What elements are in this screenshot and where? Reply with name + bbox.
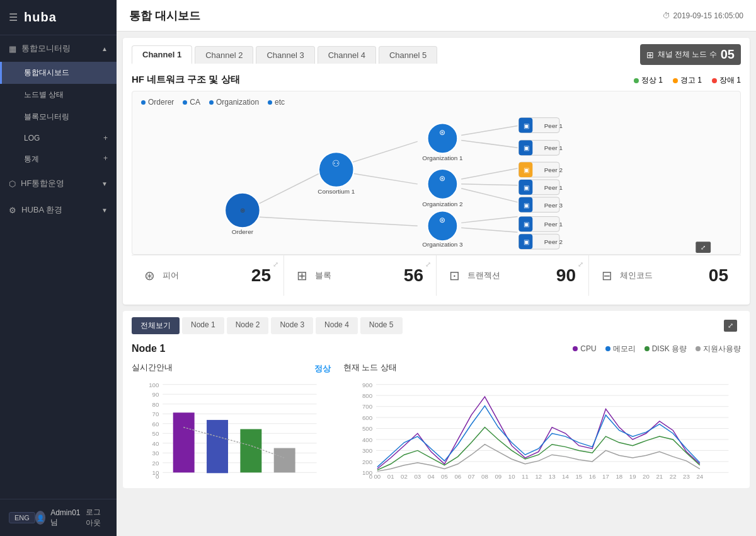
svg-text:500: 500 (362, 425, 373, 432)
svg-text:21: 21 (656, 473, 663, 479)
svg-text:08: 08 (481, 473, 488, 479)
legend-usage: 지원사용량 (696, 344, 741, 354)
svg-text:▣: ▣ (524, 184, 529, 191)
etc-legend-label: etc (275, 98, 285, 107)
user-area: 👤 Admin01님 로그아웃 (35, 507, 108, 528)
network-diagram-svg: ⊛ Orderer ⚇ Consortium 1 ⊛ (132, 91, 740, 254)
stat-transaction: ⊡ 트랜젝션 90 ⤢ (437, 255, 589, 296)
monitoring-icon: ▦ (9, 44, 16, 54)
svg-text:800: 800 (362, 392, 373, 399)
node-state-chart-title: 현재 노드 상태 (343, 362, 397, 373)
line-org3-peer2 (461, 228, 517, 232)
realtime-chart-box: 실시간안내 정상 (132, 362, 331, 479)
peer2-3-node[interactable]: ▣ Peer 3 (518, 197, 563, 213)
svg-text:20: 20 (643, 473, 650, 479)
memory-legend-label: 메모리 (613, 344, 636, 354)
svg-text:600: 600 (362, 414, 373, 421)
diagram-legend-orderer: Orderer (141, 98, 174, 107)
svg-text:Peer 1: Peer 1 (544, 122, 563, 129)
chevron-down-icon2: ▼ (101, 207, 108, 214)
tab-channel5[interactable]: Channel 5 (379, 46, 437, 64)
peer3-1-node[interactable]: ▣ Peer 1 (518, 216, 563, 231)
diagram-legend-etc: etc (268, 98, 285, 107)
consortium1-node[interactable]: ⚇ Consortium 1 (318, 152, 355, 194)
topbar: 통합 대시보드 ⏱ 2019-09-15 16:05:00 (117, 0, 756, 32)
peer2-1-node[interactable]: ▣ Peer 2 (518, 162, 563, 177)
orderer-node[interactable]: ⊛ Orderer (225, 193, 260, 235)
tab-bar-right: ⊞ 채널 전체 노드 수 05 (640, 44, 741, 65)
node-tab-2[interactable]: Node 2 (227, 317, 269, 334)
node-count-badge: ⊞ 채널 전체 노드 수 05 (640, 44, 741, 65)
logout-button[interactable]: 로그아웃 (86, 507, 108, 528)
node-tab-4[interactable]: Node 4 (316, 317, 358, 334)
sidebar-item-stats[interactable]: 통계 + (0, 148, 117, 170)
line-org1-peer1 (461, 126, 517, 136)
node-content: Node 1 CPU 메모리 DISK 용량 (123, 334, 750, 488)
orderer-legend-dot (141, 100, 146, 105)
svg-text:40: 40 (152, 440, 159, 447)
legend-label-error: 장애 1 (719, 75, 741, 86)
peer1-2-node[interactable]: ▣ Peer 1 (518, 140, 563, 155)
stat-block-label: 블록 (315, 270, 331, 281)
svg-point-3 (319, 152, 354, 187)
stat-block-corner: ⤢ (425, 260, 431, 269)
svg-text:16: 16 (588, 473, 595, 479)
line-consortium-org1 (349, 141, 418, 163)
language-button[interactable]: ENG (9, 512, 35, 523)
sidebar-item-node-status[interactable]: 노드별 상태 (0, 84, 117, 106)
sidebar-group-monitoring[interactable]: ▦ 통합모니터링 ▲ (0, 35, 117, 62)
bar-disk (240, 429, 261, 472)
memory-line (377, 406, 700, 467)
realtime-chart-status: 정상 (314, 363, 331, 375)
svg-text:18: 18 (616, 473, 622, 479)
tab-channel2[interactable]: Channel 2 (195, 46, 253, 64)
sidebar-item-dashboard[interactable]: 통합대시보드 (0, 62, 117, 84)
line-chart-svg: 900 800 700 600 500 400 300 200 100 0 (343, 378, 741, 479)
peer3-2-node[interactable]: ▣ Peer 2 (518, 234, 563, 249)
line-org1-peer2 (461, 140, 517, 148)
org1-node[interactable]: ⊛ Organization 1 (422, 124, 463, 162)
svg-text:▣: ▣ (524, 166, 529, 173)
network-section: HF 네트워크 구조 및 상태 정상 1 경고 1 장애 1 (123, 65, 750, 305)
diagram-area: Orderer CA Organization etc (132, 91, 741, 255)
legend-memory: 메모리 (605, 344, 636, 354)
legend-label-normal: 정상 1 (641, 75, 663, 86)
bar-memory (207, 420, 228, 473)
network-legend: 정상 1 경고 1 장애 1 (634, 75, 741, 86)
node-tab-5[interactable]: Node 5 (360, 317, 403, 334)
tab-channel1[interactable]: Channel 1 (132, 45, 192, 64)
node-tab-all[interactable]: 전체보기 (132, 317, 180, 334)
stats-row: ⊛ 피어 25 ⤢ ⊞ 블록 56 ⤢ ⊡ 트랜젝션 90 (132, 255, 741, 296)
logo-text: huba (24, 10, 57, 25)
svg-text:24: 24 (696, 473, 703, 479)
sidebar-group-huba-env[interactable]: ⚙ HUBA 환경 ▼ (0, 197, 117, 223)
sidebar-item-log[interactable]: LOG + (0, 128, 117, 148)
node-tab-3[interactable]: Node 3 (271, 317, 313, 334)
disk-legend-label: DISK 용량 (652, 344, 687, 354)
network-panel: Channel 1 Channel 2 Channel 3 Channel 4 … (123, 38, 750, 305)
svg-text:80: 80 (152, 401, 159, 408)
svg-text:19: 19 (629, 473, 636, 479)
memory-legend-dot (605, 346, 610, 351)
org3-node[interactable]: ⊛ Organization 3 (422, 211, 463, 248)
svg-text:⚇: ⚇ (332, 158, 340, 168)
sidebar-group-hf-ops[interactable]: ⬡ HF통합운영 ▼ (0, 170, 117, 197)
peer2-2-node[interactable]: ▣ Peer 1 (518, 180, 563, 195)
svg-text:90: 90 (152, 391, 159, 398)
svg-text:▣: ▣ (524, 144, 529, 151)
legend-dot-warning (673, 78, 678, 83)
node-tab-1[interactable]: Node 1 (182, 317, 224, 334)
node-expand-button[interactable]: ⤢ (724, 320, 737, 332)
tab-channel4[interactable]: Channel 4 (318, 46, 376, 64)
svg-text:13: 13 (548, 473, 555, 479)
peer1-1-node[interactable]: ▣ Peer 1 (518, 118, 563, 133)
org2-node[interactable]: ⊛ Organization 2 (422, 169, 463, 207)
tab-channel3[interactable]: Channel 3 (256, 46, 314, 64)
svg-text:400: 400 (362, 436, 373, 443)
hamburger-icon[interactable]: ☰ (9, 11, 18, 23)
svg-text:03: 03 (414, 473, 421, 479)
sidebar-item-block-monitoring[interactable]: 블록모니터링 (0, 106, 117, 128)
diagram-legend-ca: CA (183, 98, 200, 107)
svg-text:Peer 2: Peer 2 (544, 238, 563, 245)
svg-text:⊛: ⊛ (439, 128, 445, 137)
